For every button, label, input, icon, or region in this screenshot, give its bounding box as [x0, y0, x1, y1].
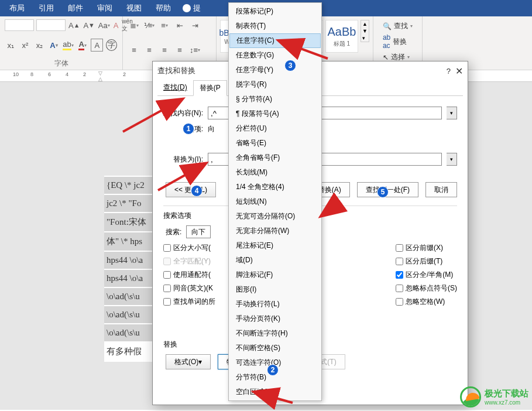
- menu-item-graphic[interactable]: 图形(I): [229, 282, 321, 297]
- menu-item-em-dash[interactable]: 长划线(M): [229, 165, 321, 180]
- replace-button[interactable]: abac替换: [383, 33, 413, 50]
- bulb-icon: [183, 4, 191, 12]
- annotation-1: 1: [183, 123, 194, 135]
- menu-item-section-char[interactable]: § 分节符(A): [229, 92, 321, 107]
- style-card[interactable]: AaBb标题 1: [325, 20, 358, 53]
- menu-item-footnote-mark[interactable]: 脚注标记(F): [229, 268, 321, 282]
- indent-dec-icon[interactable]: ⇤: [173, 19, 186, 32]
- watermark: 极光下载站 www.xz7.com: [460, 386, 528, 407]
- annotation-5: 5: [377, 186, 389, 198]
- highlight-icon[interactable]: ab▾: [62, 39, 74, 52]
- replace-combo-button[interactable]: ▾: [447, 153, 457, 166]
- chk-ignore-space[interactable]: 忽略空格(W): [396, 297, 457, 307]
- menu-item-full-ellipsis[interactable]: 全角省略号(F): [229, 150, 321, 165]
- align-left-icon[interactable]: ≡: [128, 44, 140, 57]
- subscript-icon[interactable]: x₂: [33, 39, 46, 52]
- menu-item-endnote-mark[interactable]: 尾注标记(E): [229, 238, 321, 253]
- chk-prefix[interactable]: 区分前缀(X): [396, 243, 457, 253]
- char-shading-icon[interactable]: A: [91, 39, 103, 52]
- menu-item-any-digit[interactable]: 任意数字(G): [229, 48, 321, 63]
- menu-item-quarter-em[interactable]: 1/4 全角空格(4): [229, 180, 321, 194]
- dialog-title-text: 查找和替换: [157, 66, 195, 76]
- indent-inc-icon[interactable]: ⇥: [188, 19, 201, 32]
- tell-me-label: 提: [193, 3, 201, 13]
- tab-view[interactable]: 视图: [119, 0, 149, 16]
- line-spacing-icon[interactable]: ↕≡▾: [188, 44, 201, 57]
- tab-layout[interactable]: 布局: [2, 0, 32, 16]
- hanging-indent-marker[interactable]: △: [98, 76, 102, 82]
- menu-item-field[interactable]: 域(D): [229, 253, 321, 268]
- help-button[interactable]: ?: [447, 67, 451, 76]
- replace-label: 替换为(I):: [163, 155, 203, 165]
- align-justify-icon[interactable]: ≡: [173, 44, 186, 57]
- menu-item-ellipsis[interactable]: 省略号(E): [229, 136, 321, 150]
- watermark-url: www.xz7.com: [485, 399, 528, 406]
- text-effects-icon[interactable]: A▾: [48, 39, 60, 52]
- replace-icon: abac: [383, 33, 390, 50]
- font-color-icon[interactable]: A▾: [77, 39, 89, 52]
- increase-font-icon[interactable]: A▲: [68, 19, 80, 32]
- chk-word-forms[interactable]: 查找单词的所: [163, 297, 215, 307]
- decrease-font-icon[interactable]: A▼: [83, 19, 95, 32]
- tab-help[interactable]: 帮助: [149, 0, 178, 16]
- menu-item-tab[interactable]: 制表符(T): [229, 19, 321, 33]
- search-icon: 🔍: [383, 22, 392, 30]
- strikethrough-x1-icon[interactable]: x₁: [5, 39, 17, 52]
- special-format-menu: 段落标记(P) 制表符(T) 任意字符(C) 任意数字(G) 任意字母(Y) 脱…: [228, 2, 322, 401]
- watermark-name: 极光下载站: [485, 388, 528, 398]
- menu-item-any-char[interactable]: 任意字符(C): [229, 33, 321, 48]
- tell-me[interactable]: 提: [183, 3, 201, 13]
- chk-sounds-like[interactable]: 同音(英文)(K: [163, 283, 215, 293]
- tab-find[interactable]: 查找(D): [157, 80, 193, 95]
- menu-item-paragraph-mark[interactable]: 段落标记(P): [229, 4, 321, 19]
- font-size-box[interactable]: [36, 19, 66, 31]
- font-group-label: 字体: [5, 59, 118, 68]
- align-center-icon[interactable]: ≡: [143, 44, 156, 57]
- menu-item-para-symbol[interactable]: ¶ 段落符号(A): [229, 107, 321, 121]
- menu-item-nonbreak-space[interactable]: 不间断空格(S): [229, 341, 321, 355]
- chk-match-case[interactable]: 区分大小写(: [163, 243, 215, 253]
- annotation-3: 3: [284, 60, 296, 71]
- chk-full-half[interactable]: 区分全/半角(M): [396, 270, 457, 280]
- menu-item-any-letter[interactable]: 任意字母(Y): [229, 63, 321, 77]
- menu-item-nowidth-optional[interactable]: 无宽可选分隔符(O): [229, 209, 321, 224]
- find-label: 查找内容(N):: [163, 108, 203, 118]
- options-value: 向: [208, 124, 215, 134]
- format-button[interactable]: 格式(O) ▾: [166, 354, 211, 369]
- menu-item-white-space[interactable]: 空白区域(W): [229, 385, 321, 399]
- chk-wildcards[interactable]: 使用通配符(: [163, 270, 215, 280]
- multilevel-icon[interactable]: ≡▾: [158, 19, 171, 32]
- first-line-indent-marker[interactable]: ▽: [98, 70, 102, 76]
- enclose-char-icon[interactable]: 字: [105, 39, 118, 52]
- font-name-box[interactable]: [5, 19, 34, 31]
- menu-item-manual-line-break[interactable]: 手动换行符(L): [229, 297, 321, 311]
- cursor-icon: ↖: [383, 53, 389, 61]
- search-dir-value[interactable]: 向下: [187, 227, 210, 237]
- menu-item-column-break[interactable]: 分栏符(U): [229, 121, 321, 136]
- superscript-icon[interactable]: x²: [19, 39, 32, 52]
- numbering-icon[interactable]: ⅟≡▾: [143, 19, 156, 32]
- menu-item-en-dash[interactable]: 短划线(N): [229, 194, 321, 209]
- menu-item-nonbreak-hyphen[interactable]: 不间断连字符(H): [229, 326, 321, 341]
- bullets-icon[interactable]: ≣▾: [128, 19, 140, 32]
- menu-item-nowidth-nonbreak[interactable]: 无宽非分隔符(W): [229, 224, 321, 238]
- tab-replace[interactable]: 替换(P: [193, 80, 227, 96]
- clear-format-icon[interactable]: A: [113, 19, 119, 32]
- find-button[interactable]: 🔍查找▾: [383, 21, 413, 31]
- styles-scroll[interactable]: ▲▼▾: [361, 20, 369, 42]
- close-icon[interactable]: ✕: [455, 66, 463, 77]
- chk-ignore-punct[interactable]: 忽略标点符号(S): [396, 283, 457, 293]
- menu-item-manual-page-break[interactable]: 手动分页符(K): [229, 311, 321, 326]
- watermark-logo-icon: [460, 386, 481, 407]
- align-right-icon[interactable]: ≡: [158, 44, 171, 57]
- cancel-button[interactable]: 取消: [425, 182, 457, 197]
- chk-suffix[interactable]: 区分后缀(T): [396, 256, 457, 266]
- annotation-2: 2: [267, 364, 279, 376]
- tab-review[interactable]: 审阅: [90, 0, 119, 16]
- tab-references[interactable]: 引用: [32, 0, 61, 16]
- search-dir-label: 搜索:: [166, 227, 181, 237]
- find-combo-button[interactable]: ▾: [447, 107, 457, 119]
- menu-item-caret[interactable]: 脱字号(R): [229, 77, 321, 92]
- tab-mail[interactable]: 邮件: [61, 0, 90, 16]
- change-case-icon[interactable]: Aa▾: [98, 19, 111, 32]
